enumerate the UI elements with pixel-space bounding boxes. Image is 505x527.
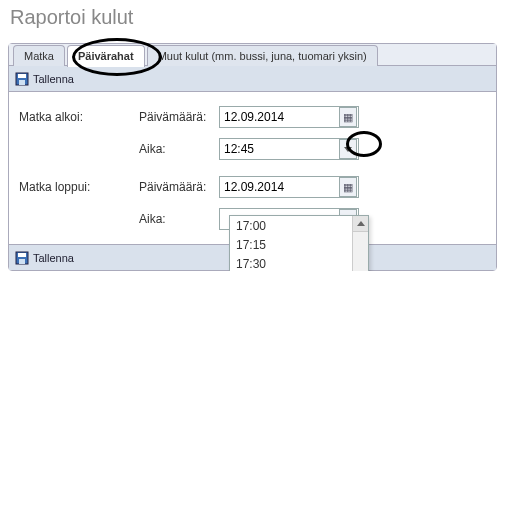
end-time-label: Aika: <box>139 212 219 226</box>
scrollbar[interactable] <box>352 216 368 271</box>
time-option[interactable]: 17:00 <box>230 216 368 235</box>
tab-matka[interactable]: Matka <box>13 45 65 66</box>
end-label: Matka loppui: <box>19 180 139 194</box>
time-dropdown: 17:0017:1517:3017:4518:0018:1518:3018:45… <box>229 215 369 271</box>
page-title: Raportoi kulut <box>0 0 505 43</box>
floppy-disk-icon <box>15 72 29 86</box>
calendar-icon[interactable]: ▦ <box>339 107 357 127</box>
start-time-input[interactable] <box>219 138 359 160</box>
start-date-input[interactable] <box>219 106 359 128</box>
scroll-up-button[interactable] <box>353 216 368 232</box>
start-date-label: Päivämäärä: <box>139 110 219 124</box>
svg-rect-4 <box>18 253 26 257</box>
chevron-down-icon[interactable] <box>339 139 357 159</box>
save-label: Tallenna <box>33 66 74 92</box>
start-label: Matka alkoi: <box>19 110 139 124</box>
tab-strip: Matka Päivärahat Muut kulut (mm. bussi, … <box>9 44 496 66</box>
svg-rect-1 <box>18 74 26 78</box>
save-button[interactable]: Tallenna <box>15 66 74 92</box>
end-date-label: Päivämäärä: <box>139 180 219 194</box>
calendar-icon[interactable]: ▦ <box>339 177 357 197</box>
toolbar-top: Tallenna <box>9 66 496 92</box>
time-option[interactable]: 17:15 <box>230 235 368 254</box>
tab-paivarahat[interactable]: Päivärahat <box>67 45 145 67</box>
save-label: Tallenna <box>33 245 74 271</box>
start-time-label: Aika: <box>139 142 219 156</box>
svg-rect-2 <box>19 80 25 85</box>
tab-muut-kulut[interactable]: Muut kulut (mm. bussi, juna, tuomari yks… <box>147 45 378 66</box>
svg-rect-5 <box>19 259 25 264</box>
save-button[interactable]: Tallenna <box>15 245 74 271</box>
floppy-disk-icon <box>15 251 29 265</box>
end-date-input[interactable] <box>219 176 359 198</box>
time-option[interactable]: 17:30 <box>230 254 368 271</box>
